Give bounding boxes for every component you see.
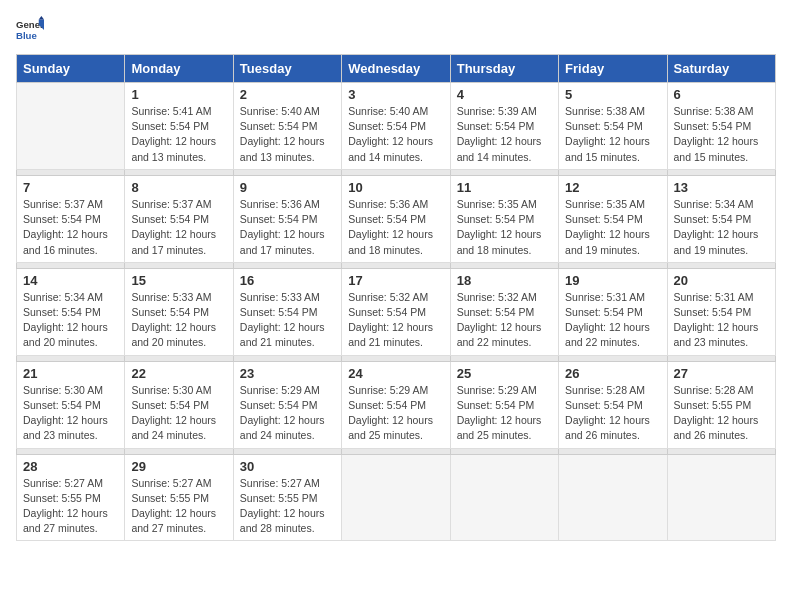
calendar-day-cell: 20Sunrise: 5:31 AM Sunset: 5:54 PM Dayli… [667,268,775,355]
calendar-day-cell [17,83,125,170]
day-info: Sunrise: 5:33 AM Sunset: 5:54 PM Dayligh… [240,290,335,351]
calendar-table: SundayMondayTuesdayWednesdayThursdayFrid… [16,54,776,541]
day-info: Sunrise: 5:28 AM Sunset: 5:55 PM Dayligh… [674,383,769,444]
day-info: Sunrise: 5:35 AM Sunset: 5:54 PM Dayligh… [457,197,552,258]
day-info: Sunrise: 5:40 AM Sunset: 5:54 PM Dayligh… [240,104,335,165]
day-info: Sunrise: 5:34 AM Sunset: 5:54 PM Dayligh… [674,197,769,258]
day-number: 10 [348,180,443,195]
day-info: Sunrise: 5:30 AM Sunset: 5:54 PM Dayligh… [131,383,226,444]
calendar-day-cell: 7Sunrise: 5:37 AM Sunset: 5:54 PM Daylig… [17,175,125,262]
calendar-week-row: 14Sunrise: 5:34 AM Sunset: 5:54 PM Dayli… [17,268,776,355]
day-number: 7 [23,180,118,195]
svg-text:Blue: Blue [16,30,37,41]
calendar-weekday-thursday: Thursday [450,55,558,83]
day-number: 11 [457,180,552,195]
day-info: Sunrise: 5:37 AM Sunset: 5:54 PM Dayligh… [131,197,226,258]
day-info: Sunrise: 5:27 AM Sunset: 5:55 PM Dayligh… [23,476,118,537]
day-info: Sunrise: 5:38 AM Sunset: 5:54 PM Dayligh… [674,104,769,165]
calendar-day-cell: 22Sunrise: 5:30 AM Sunset: 5:54 PM Dayli… [125,361,233,448]
day-info: Sunrise: 5:34 AM Sunset: 5:54 PM Dayligh… [23,290,118,351]
day-number: 30 [240,459,335,474]
day-info: Sunrise: 5:36 AM Sunset: 5:54 PM Dayligh… [240,197,335,258]
day-number: 24 [348,366,443,381]
calendar-day-cell: 11Sunrise: 5:35 AM Sunset: 5:54 PM Dayli… [450,175,558,262]
calendar-day-cell: 18Sunrise: 5:32 AM Sunset: 5:54 PM Dayli… [450,268,558,355]
calendar-week-row: 1Sunrise: 5:41 AM Sunset: 5:54 PM Daylig… [17,83,776,170]
day-number: 18 [457,273,552,288]
calendar-day-cell: 4Sunrise: 5:39 AM Sunset: 5:54 PM Daylig… [450,83,558,170]
calendar-week-row: 7Sunrise: 5:37 AM Sunset: 5:54 PM Daylig… [17,175,776,262]
day-info: Sunrise: 5:38 AM Sunset: 5:54 PM Dayligh… [565,104,660,165]
calendar-day-cell: 6Sunrise: 5:38 AM Sunset: 5:54 PM Daylig… [667,83,775,170]
svg-marker-3 [39,16,44,20]
day-info: Sunrise: 5:32 AM Sunset: 5:54 PM Dayligh… [348,290,443,351]
day-info: Sunrise: 5:40 AM Sunset: 5:54 PM Dayligh… [348,104,443,165]
day-info: Sunrise: 5:27 AM Sunset: 5:55 PM Dayligh… [131,476,226,537]
calendar-weekday-tuesday: Tuesday [233,55,341,83]
day-info: Sunrise: 5:27 AM Sunset: 5:55 PM Dayligh… [240,476,335,537]
calendar-day-cell: 17Sunrise: 5:32 AM Sunset: 5:54 PM Dayli… [342,268,450,355]
calendar-day-cell [667,454,775,541]
calendar-day-cell: 13Sunrise: 5:34 AM Sunset: 5:54 PM Dayli… [667,175,775,262]
calendar-weekday-friday: Friday [559,55,667,83]
day-number: 19 [565,273,660,288]
calendar-weekday-monday: Monday [125,55,233,83]
calendar-day-cell: 10Sunrise: 5:36 AM Sunset: 5:54 PM Dayli… [342,175,450,262]
day-info: Sunrise: 5:35 AM Sunset: 5:54 PM Dayligh… [565,197,660,258]
day-number: 29 [131,459,226,474]
calendar-body: 1Sunrise: 5:41 AM Sunset: 5:54 PM Daylig… [17,83,776,541]
calendar-day-cell: 2Sunrise: 5:40 AM Sunset: 5:54 PM Daylig… [233,83,341,170]
calendar-day-cell: 26Sunrise: 5:28 AM Sunset: 5:54 PM Dayli… [559,361,667,448]
day-number: 13 [674,180,769,195]
day-number: 15 [131,273,226,288]
day-info: Sunrise: 5:33 AM Sunset: 5:54 PM Dayligh… [131,290,226,351]
day-info: Sunrise: 5:31 AM Sunset: 5:54 PM Dayligh… [565,290,660,351]
calendar-weekday-sunday: Sunday [17,55,125,83]
calendar-day-cell: 24Sunrise: 5:29 AM Sunset: 5:54 PM Dayli… [342,361,450,448]
day-number: 21 [23,366,118,381]
day-number: 17 [348,273,443,288]
day-info: Sunrise: 5:31 AM Sunset: 5:54 PM Dayligh… [674,290,769,351]
day-number: 4 [457,87,552,102]
calendar-day-cell: 23Sunrise: 5:29 AM Sunset: 5:54 PM Dayli… [233,361,341,448]
calendar-weekday-saturday: Saturday [667,55,775,83]
day-info: Sunrise: 5:29 AM Sunset: 5:54 PM Dayligh… [457,383,552,444]
day-number: 14 [23,273,118,288]
day-info: Sunrise: 5:37 AM Sunset: 5:54 PM Dayligh… [23,197,118,258]
calendar-day-cell: 30Sunrise: 5:27 AM Sunset: 5:55 PM Dayli… [233,454,341,541]
calendar-weekday-wednesday: Wednesday [342,55,450,83]
day-info: Sunrise: 5:29 AM Sunset: 5:54 PM Dayligh… [240,383,335,444]
day-number: 9 [240,180,335,195]
calendar-day-cell: 28Sunrise: 5:27 AM Sunset: 5:55 PM Dayli… [17,454,125,541]
day-info: Sunrise: 5:39 AM Sunset: 5:54 PM Dayligh… [457,104,552,165]
logo-icon: General Blue [16,16,44,44]
calendar-week-row: 28Sunrise: 5:27 AM Sunset: 5:55 PM Dayli… [17,454,776,541]
calendar-day-cell: 3Sunrise: 5:40 AM Sunset: 5:54 PM Daylig… [342,83,450,170]
day-info: Sunrise: 5:41 AM Sunset: 5:54 PM Dayligh… [131,104,226,165]
calendar-day-cell: 14Sunrise: 5:34 AM Sunset: 5:54 PM Dayli… [17,268,125,355]
day-number: 20 [674,273,769,288]
calendar-day-cell: 9Sunrise: 5:36 AM Sunset: 5:54 PM Daylig… [233,175,341,262]
calendar-day-cell: 27Sunrise: 5:28 AM Sunset: 5:55 PM Dayli… [667,361,775,448]
calendar-day-cell: 15Sunrise: 5:33 AM Sunset: 5:54 PM Dayli… [125,268,233,355]
day-number: 23 [240,366,335,381]
day-info: Sunrise: 5:36 AM Sunset: 5:54 PM Dayligh… [348,197,443,258]
day-number: 16 [240,273,335,288]
calendar-day-cell: 29Sunrise: 5:27 AM Sunset: 5:55 PM Dayli… [125,454,233,541]
calendar-day-cell: 1Sunrise: 5:41 AM Sunset: 5:54 PM Daylig… [125,83,233,170]
day-number: 8 [131,180,226,195]
day-number: 22 [131,366,226,381]
page-header: General Blue [16,16,776,44]
calendar-day-cell: 5Sunrise: 5:38 AM Sunset: 5:54 PM Daylig… [559,83,667,170]
day-info: Sunrise: 5:32 AM Sunset: 5:54 PM Dayligh… [457,290,552,351]
calendar-day-cell: 21Sunrise: 5:30 AM Sunset: 5:54 PM Dayli… [17,361,125,448]
day-number: 25 [457,366,552,381]
day-info: Sunrise: 5:28 AM Sunset: 5:54 PM Dayligh… [565,383,660,444]
day-number: 27 [674,366,769,381]
calendar-day-cell: 19Sunrise: 5:31 AM Sunset: 5:54 PM Dayli… [559,268,667,355]
day-number: 5 [565,87,660,102]
logo: General Blue [16,16,44,44]
calendar-day-cell: 25Sunrise: 5:29 AM Sunset: 5:54 PM Dayli… [450,361,558,448]
day-info: Sunrise: 5:29 AM Sunset: 5:54 PM Dayligh… [348,383,443,444]
calendar-day-cell: 12Sunrise: 5:35 AM Sunset: 5:54 PM Dayli… [559,175,667,262]
